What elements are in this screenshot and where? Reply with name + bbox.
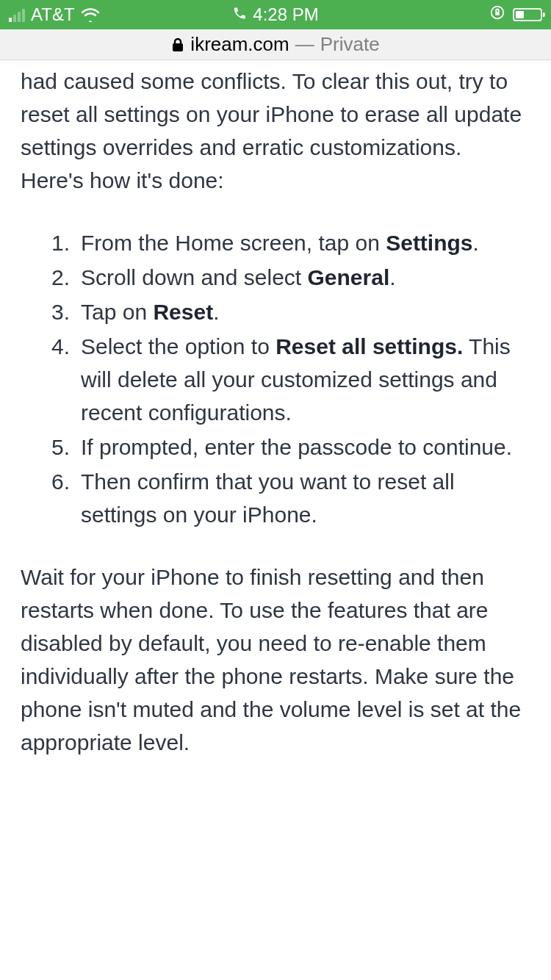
svg-rect-2 [173, 43, 183, 51]
list-item: Tap on Reset. [51, 295, 530, 328]
svg-rect-1 [495, 12, 500, 15]
list-item: If prompted, enter the passcode to conti… [51, 430, 530, 464]
wifi-icon [81, 7, 100, 22]
list-item: Scroll down and select General. [51, 261, 530, 294]
list-item: Select the option to Reset all settings.… [51, 330, 530, 429]
battery-icon [513, 8, 542, 21]
clock-time: 4:28 PM [253, 4, 318, 25]
list-item: From the Home screen, tap on Settings. [51, 226, 530, 259]
lock-icon [171, 37, 184, 52]
orientation-lock-icon [489, 4, 505, 25]
url-separator: — [295, 33, 314, 56]
phone-icon [232, 4, 247, 25]
status-bar: AT&T 4:28 PM [0, 0, 551, 29]
status-right [489, 4, 542, 25]
url-mode: Private [320, 33, 380, 56]
url-domain: ikream.com [190, 33, 289, 56]
steps-list: From the Home screen, tap on Settings. S… [21, 226, 530, 531]
intro-paragraph: had caused some conflicts. To clear this… [21, 65, 530, 197]
list-item: Then confirm that you want to reset all … [51, 465, 530, 531]
status-left: AT&T [9, 4, 100, 25]
page-content[interactable]: had caused some conflicts. To clear this… [0, 60, 551, 759]
cell-signal-icon [9, 7, 25, 22]
outro-paragraph: Wait for your iPhone to finish resetting… [21, 561, 530, 759]
carrier-label: AT&T [31, 4, 75, 25]
url-bar[interactable]: ikream.com — Private [0, 29, 551, 60]
status-center: 4:28 PM [232, 4, 318, 25]
